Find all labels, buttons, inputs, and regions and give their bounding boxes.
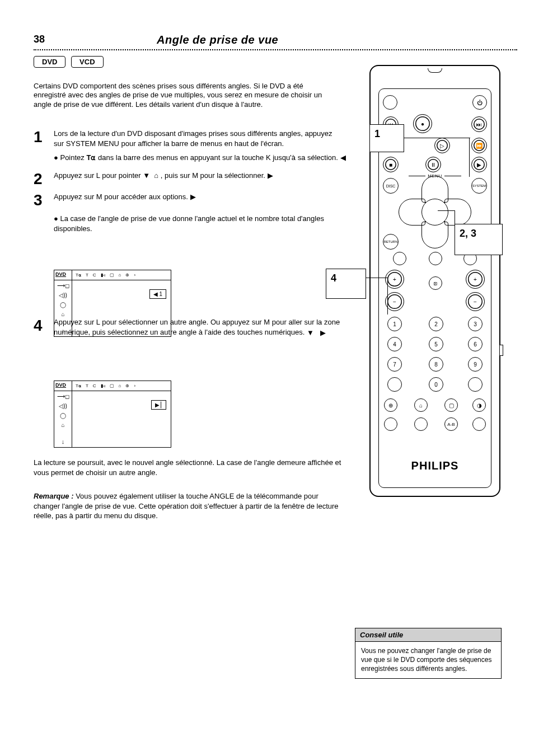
callout-3-leader-v <box>387 278 388 314</box>
num-0-button[interactable]: 0 <box>429 377 443 392</box>
tab-icon: T⍺ <box>76 383 81 388</box>
mock-b-dvd: DVD <box>54 381 72 391</box>
mock-b-tabs: DVD T⍺ T C ▮◃ ▢ ⌂ ⊕ › <box>54 381 171 391</box>
ch-up-button[interactable]: + <box>466 270 485 289</box>
header-divider <box>34 49 517 50</box>
triangle-right-icon-c <box>320 328 326 338</box>
num-2-button[interactable]: 2 <box>429 317 443 331</box>
mute-button[interactable]: ⦻ <box>429 276 442 290</box>
callout-2-leader <box>455 210 455 225</box>
return-button[interactable]: RETURN <box>383 234 399 250</box>
tab-icon: ⊕ <box>125 273 129 278</box>
func-button-a[interactable] <box>393 252 406 265</box>
pill-dvd: DVD <box>34 56 65 68</box>
intro-text: Certains DVD comportent des scènes prise… <box>34 82 336 109</box>
callout-1-leader <box>404 138 470 138</box>
remote-side-nub <box>500 345 503 356</box>
side-icon: ⟶◻ <box>57 393 69 400</box>
step-num-2: 2 <box>34 171 48 188</box>
power-button[interactable]: ⏻ <box>472 95 487 110</box>
tab-icon: C <box>93 273 96 278</box>
play-button[interactable]: ▶ <box>471 157 487 172</box>
callout-3-num: 4 <box>331 273 336 284</box>
step-num-1: 1 <box>34 129 48 148</box>
subtitle-button[interactable]: ▢ <box>444 398 458 412</box>
func-button-b[interactable] <box>429 252 442 265</box>
tab-icon: T⍺ <box>76 273 81 278</box>
camera-icon: ⌂ <box>154 171 158 180</box>
nav-ok-button[interactable] <box>421 199 448 226</box>
angle-value-box: ◀ 1 <box>149 289 166 299</box>
angle-button[interactable]: ⌂ <box>414 398 428 412</box>
ffwd-button[interactable]: ⏩ <box>471 138 487 153</box>
repeat-ab-button[interactable]: A-B <box>444 417 458 431</box>
system-menu-button[interactable]: SYSTEM <box>471 178 487 194</box>
side-down-arrow-icon: ↓ <box>62 327 65 334</box>
vol-down-button[interactable]: − <box>385 292 404 311</box>
num-1-button[interactable]: 1 <box>387 317 402 331</box>
side-icon: ⌂ <box>61 422 64 428</box>
callout-3: 4 <box>326 269 366 299</box>
nav-down-button[interactable] <box>421 222 448 248</box>
callout-1-num: 1 <box>374 128 380 139</box>
step-3-bullet-text: La case de l'angle de prise de vue donne… <box>54 214 324 233</box>
note: Remarque : Vous pouvez également utilise… <box>34 491 344 521</box>
blank-left-button[interactable] <box>387 377 402 392</box>
extra-a-button[interactable] <box>384 417 397 431</box>
step-1: 1 Lors de la lecture d'un DVD disposant … <box>34 129 344 148</box>
disc-menu-button[interactable]: DISC <box>383 178 399 194</box>
num-5-button[interactable]: 5 <box>429 337 443 351</box>
num-7-button[interactable]: 7 <box>387 357 402 372</box>
step-num-3: 3 <box>34 192 48 209</box>
mock-b-tab-icons: T⍺ T C ▮◃ ▢ ⌂ ⊕ › <box>72 381 171 391</box>
record-button[interactable]: ● <box>413 114 432 133</box>
ch-down-button[interactable]: − <box>466 292 485 311</box>
nav-right-button[interactable] <box>444 199 471 226</box>
extra-b-button[interactable] <box>414 417 428 431</box>
tab-icon: ▮◃ <box>101 273 105 278</box>
zoom-button[interactable]: ⊕ <box>384 398 397 412</box>
extra-d-button[interactable] <box>472 417 486 431</box>
step-3-bullet: ● La case de l'angle de prise de vue don… <box>54 214 350 233</box>
tab-icon: ▮◃ <box>101 383 105 388</box>
num-4-button[interactable]: 4 <box>387 337 402 351</box>
num-8-button[interactable]: 8 <box>429 357 443 372</box>
stop-button[interactable]: ■ <box>383 157 399 172</box>
format-pills: DVD VCD <box>34 56 107 68</box>
callout-3-leader <box>366 278 387 278</box>
tab-icon: ⌂ <box>119 383 121 388</box>
num-6-button[interactable]: 6 <box>468 337 483 351</box>
mock-a-tabs: DVD T⍺ T C ▮◃ ▢ ⌂ ⊕ › <box>54 270 171 280</box>
num-9-button[interactable]: 9 <box>468 357 483 372</box>
mock-b-side: ⟶◻ ◁)) ◯ ⌂ ↓ <box>54 391 72 447</box>
step-1-text-a: Lors de la lecture d'un DVD disposant d'… <box>54 129 332 148</box>
side-icon: ⟶◻ <box>57 283 69 289</box>
tab-icon: ▢ <box>110 383 114 388</box>
pill-vcd: VCD <box>71 56 103 68</box>
top-left-button[interactable] <box>383 95 397 110</box>
page-number: 38 <box>34 34 45 45</box>
tab-icon: ▢ <box>110 273 114 278</box>
tip-heading: Conseil utile <box>355 628 501 642</box>
side-icon: ◯ <box>60 302 66 308</box>
num-3-button[interactable]: 3 <box>468 317 483 331</box>
tab-icon: C <box>93 383 96 388</box>
onscreen-mock-b: DVD T⍺ T C ▮◃ ▢ ⌂ ⊕ › ⟶◻ ◁)) ◯ ⌂ ↓ ▶⎮ <box>54 381 171 448</box>
side-down-arrow-icon: ↓ <box>62 438 65 445</box>
tab-icon: ⊕ <box>125 383 129 388</box>
note-body: Vous pouvez également utiliser la touche… <box>34 492 339 520</box>
play-slow-button[interactable]: ▷ <box>434 138 450 153</box>
audio-button[interactable]: ◑ <box>472 398 486 412</box>
vol-up-button[interactable]: + <box>385 270 404 289</box>
resume-text: La lecture se poursuit, avec le nouvel a… <box>34 458 344 477</box>
side-icon: ◯ <box>60 412 66 419</box>
page-title: Angle de prise de vue <box>157 34 278 46</box>
pause-button[interactable]: ⏸ <box>425 157 441 172</box>
next-button[interactable]: ⏭ <box>471 116 487 132</box>
tab-arrow-icon: › <box>134 273 135 278</box>
mock-a-tab-icons: T⍺ T C ▮◃ ▢ ⌂ ⊕ › <box>72 270 171 280</box>
step-1-bullet: ● Pointez T⍺ dans la barre des menus en … <box>54 153 350 163</box>
mock-a-side: ⟶◻ ◁)) ◯ ⌂ ↓ <box>54 280 72 336</box>
blank-right-button[interactable] <box>468 377 483 392</box>
step-2-text-b: , puis sur M pour la sélectionner. <box>161 171 265 180</box>
